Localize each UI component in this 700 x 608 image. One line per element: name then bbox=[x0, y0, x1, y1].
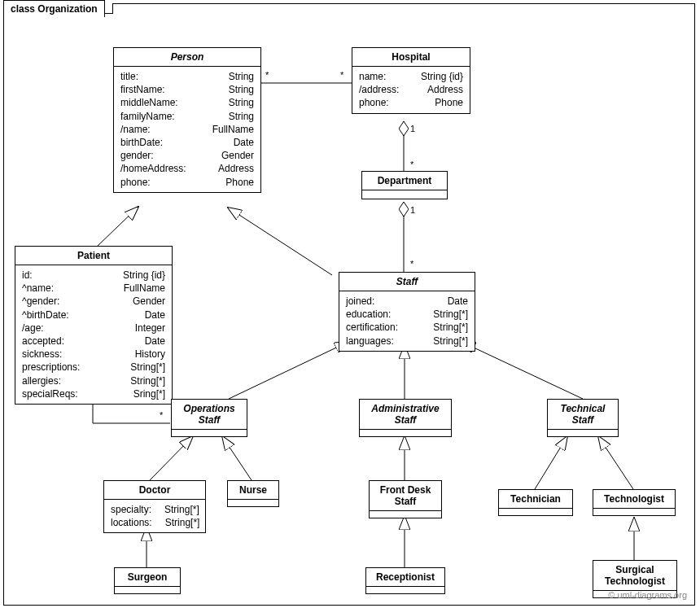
class-person: Person title:String firstName:String mid… bbox=[113, 47, 261, 193]
class-patient: Patient id:String {id} ^name:FullName ^g… bbox=[15, 246, 173, 405]
class-name: Technologist bbox=[593, 490, 675, 508]
class-name: Operations Staff bbox=[172, 400, 247, 429]
class-name: Hospital bbox=[352, 48, 470, 67]
mult: * bbox=[160, 410, 163, 420]
class-name: Staff bbox=[339, 273, 475, 291]
class-technologist: Technologist bbox=[593, 489, 676, 516]
diagram-title: class Organization bbox=[3, 0, 105, 17]
class-name: Technician bbox=[499, 490, 572, 508]
class-name: Receptionist bbox=[366, 568, 444, 586]
class-attrs: name:String {id} /address:Address phone:… bbox=[352, 67, 470, 113]
class-administrative-staff: Administrative Staff bbox=[359, 399, 452, 437]
class-doctor: Doctor specialty:String[*] locations:Str… bbox=[103, 480, 206, 533]
class-attrs: specialty:String[*] locations:String[*] bbox=[104, 500, 205, 532]
class-hospital: Hospital name:String {id} /address:Addre… bbox=[352, 47, 470, 114]
mult: 1 bbox=[410, 205, 415, 215]
class-staff: Staff joined:Date education:String[*] ce… bbox=[339, 272, 475, 352]
class-name: Surgical Technologist bbox=[593, 561, 676, 590]
class-name: Administrative Staff bbox=[360, 400, 451, 429]
class-name: Technical Staff bbox=[548, 400, 618, 429]
class-front-desk-staff: Front Desk Staff bbox=[369, 480, 442, 518]
class-attrs: title:String firstName:String middleName… bbox=[114, 67, 260, 192]
class-department: Department bbox=[361, 171, 448, 199]
class-name: Person bbox=[114, 48, 260, 67]
class-name: Front Desk Staff bbox=[370, 481, 441, 510]
class-name: Nurse bbox=[228, 481, 278, 499]
class-operations-staff: Operations Staff bbox=[171, 399, 247, 437]
class-surgeon: Surgeon bbox=[114, 567, 181, 594]
mult: * bbox=[265, 70, 269, 80]
class-technical-staff: Technical Staff bbox=[547, 399, 619, 437]
class-nurse: Nurse bbox=[227, 480, 279, 507]
class-name: Doctor bbox=[104, 481, 205, 500]
class-attrs: joined:Date education:String[*] certific… bbox=[339, 291, 475, 351]
class-name: Surgeon bbox=[115, 568, 180, 586]
mult: * bbox=[410, 259, 413, 269]
class-name: Patient bbox=[15, 247, 172, 265]
class-attrs: id:String {id} ^name:FullName ^gender:Ge… bbox=[15, 265, 172, 404]
class-name: Department bbox=[362, 172, 447, 190]
class-technician: Technician bbox=[498, 489, 573, 516]
copyright: © uml-diagrams.org bbox=[608, 590, 687, 600]
class-receptionist: Receptionist bbox=[365, 567, 445, 594]
mult: * bbox=[410, 160, 413, 169]
mult: 1 bbox=[410, 124, 415, 133]
mult: * bbox=[340, 70, 343, 80]
